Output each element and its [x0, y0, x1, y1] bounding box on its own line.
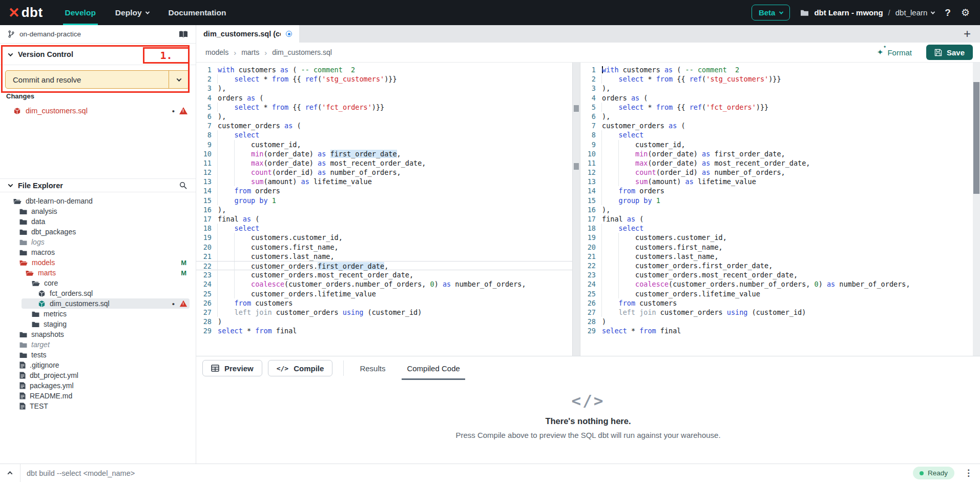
code-line-4[interactable]: 4orders as (	[580, 93, 973, 103]
beta-button[interactable]: Beta	[752, 5, 790, 21]
code-line-23[interactable]: 23 customer_orders.most_recent_order_dat…	[580, 270, 973, 279]
code-line-19[interactable]: 19 customers.customer_id,	[580, 233, 973, 242]
changed-file-dim_customers.sql[interactable]: dim_customers.sql•!	[0, 104, 196, 118]
tree-item-tests[interactable]: tests	[0, 350, 196, 360]
code-line-21[interactable]: 21 customers.last_name,	[196, 252, 572, 261]
code-line-2[interactable]: 2 select * from {{ ref('stg_customers')}…	[580, 74, 973, 84]
code-line-13[interactable]: 13 sum(amount) as lifetime_value	[196, 177, 572, 186]
code-line-20[interactable]: 20 customers.first_name,	[196, 243, 572, 252]
scrollbar-marker[interactable]	[574, 105, 579, 112]
code-line-29[interactable]: 29select * from final	[196, 326, 572, 335]
code-line-20[interactable]: 20 customers.first_name,	[580, 243, 973, 252]
code-line-1[interactable]: 1with customers as ( -- comment 2	[196, 65, 572, 74]
code-line-3[interactable]: 3),	[196, 84, 572, 93]
tab-dim-customers[interactable]: dim_customers.sql (confli...	[196, 25, 299, 43]
code-line-23[interactable]: 23 customer_orders.most_recent_order_dat…	[196, 270, 572, 279]
code-line-27[interactable]: 27 left join customer_orders using (cust…	[196, 308, 572, 317]
code-line-8[interactable]: 8 select	[196, 130, 572, 139]
code-line-9[interactable]: 9 customer_id,	[580, 140, 973, 149]
code-line-21[interactable]: 21 customers.last_name,	[580, 252, 973, 261]
tree-item-dbt_packages[interactable]: dbt_packages	[0, 227, 196, 237]
breadcrumb-item[interactable]: marts	[241, 48, 259, 56]
nav-documentation[interactable]: Documentation	[159, 0, 236, 25]
code-line-12[interactable]: 12 count(order_id) as number_of_orders,	[580, 168, 973, 177]
code-line-26[interactable]: 26 from customers	[580, 298, 973, 308]
code-line-28[interactable]: 28)	[196, 317, 572, 326]
code-line-7[interactable]: 7customer_orders as (	[580, 121, 973, 130]
nav-develop[interactable]: Develop	[55, 0, 106, 25]
code-line-17[interactable]: 17final as (	[196, 214, 572, 224]
expand-command-bar-button[interactable]	[0, 464, 20, 482]
code-line-7[interactable]: 7customer_orders as (	[196, 121, 572, 130]
save-button[interactable]: Save	[926, 45, 973, 60]
tree-item-dbt_project.yml[interactable]: dbt_project.yml	[0, 370, 196, 380]
code-line-10[interactable]: 10 min(order_date) as first_order_date,	[580, 149, 973, 158]
kebab-menu-icon[interactable]: ⋮	[962, 468, 975, 478]
code-line-8[interactable]: 8 select	[580, 130, 973, 139]
code-line-6[interactable]: 6),	[580, 112, 973, 121]
tree-item-dim_customers.sql[interactable]: dim_customers.sql•!	[0, 298, 196, 309]
code-line-5[interactable]: 5 select * from {{ ref('fct_orders')}}	[580, 103, 973, 112]
code-line-18[interactable]: 18 select	[196, 224, 572, 233]
tree-item-logs[interactable]: logs	[0, 237, 196, 247]
code-line-24[interactable]: 24 coalesce(customer_orders.number_of_or…	[196, 279, 572, 289]
code-line-11[interactable]: 11 max(order_date) as most_recent_order_…	[196, 158, 572, 168]
code-line-27[interactable]: 27 left join customer_orders using (cust…	[580, 308, 973, 317]
code-line-22[interactable]: 22 customer_orders.first_order_date,	[580, 261, 973, 270]
code-line-15[interactable]: 15 group by 1	[196, 196, 572, 205]
nav-deploy[interactable]: Deploy	[106, 0, 159, 25]
tree-item-.gitignore[interactable]: .gitignore	[0, 360, 196, 370]
help-icon[interactable]: ?	[945, 7, 951, 18]
tree-item-core[interactable]: core	[0, 278, 196, 288]
scrollbar-thumb[interactable]	[973, 82, 979, 194]
tree-item-snapshots[interactable]: snapshots	[0, 329, 196, 339]
code-line-9[interactable]: 9 customer_id,	[196, 140, 572, 149]
code-line-26[interactable]: 26 from customers	[196, 298, 572, 308]
format-button[interactable]: ✦ Format	[877, 48, 912, 57]
code-line-16[interactable]: 16),	[196, 205, 572, 214]
compile-button[interactable]: </> Compile	[268, 360, 333, 376]
commit-and-resolve-button[interactable]: Commit and resolve	[5, 70, 190, 89]
tab-results[interactable]: Results	[349, 356, 396, 380]
code-line-5[interactable]: 5 select * from {{ ref('fct_orders')}}	[196, 103, 572, 112]
code-line-12[interactable]: 12 count(order_id) as number_of_orders,	[196, 168, 572, 177]
tree-item-README.md[interactable]: README.md	[0, 391, 196, 401]
file-explorer-header[interactable]: File Explorer	[0, 178, 196, 192]
code-line-28[interactable]: 28)	[580, 317, 973, 326]
project-name[interactable]: dbt_learn	[895, 8, 935, 17]
code-line-15[interactable]: 15 group by 1	[580, 196, 973, 205]
code-line-14[interactable]: 14 from orders	[580, 186, 973, 195]
code-line-13[interactable]: 13 sum(amount) as lifetime_value	[580, 177, 973, 186]
code-line-24[interactable]: 24 coalesce(customer_orders.number_of_or…	[580, 279, 973, 289]
code-pane-right[interactable]: 1with customers as ( -- comment 22 selec…	[580, 63, 973, 356]
code-line-25[interactable]: 25 customer_orders.lifetime_value	[580, 289, 973, 298]
code-line-25[interactable]: 25 customer_orders.lifetime_value	[196, 289, 572, 298]
search-icon[interactable]	[179, 182, 187, 189]
commit-dropdown-toggle[interactable]	[169, 71, 189, 88]
gear-icon[interactable]: ⚙	[961, 7, 970, 18]
ready-status-badge[interactable]: Ready	[913, 467, 954, 479]
code-line-11[interactable]: 11 max(order_date) as most_recent_order_…	[580, 158, 973, 168]
docs-book-icon[interactable]	[179, 31, 188, 38]
account-switcher[interactable]: dbt Learn - mwong / dbt_learn	[800, 8, 934, 17]
code-line-6[interactable]: 6),	[196, 112, 572, 121]
tree-item-packages.yml[interactable]: packages.yml	[0, 380, 196, 391]
tree-item-fct_orders.sql[interactable]: fct_orders.sql	[0, 288, 196, 298]
breadcrumb-item[interactable]: models	[205, 48, 228, 56]
code-line-1[interactable]: 1with customers as ( -- comment 2	[580, 65, 973, 74]
code-line-17[interactable]: 17final as (	[580, 214, 973, 224]
code-line-2[interactable]: 2 select * from {{ ref('stg_customers')}…	[196, 74, 572, 84]
tree-item-TEST[interactable]: TEST	[0, 401, 196, 411]
tree-item-data[interactable]: data	[0, 216, 196, 227]
code-line-14[interactable]: 14 from orders	[196, 186, 572, 195]
tree-item-analysis[interactable]: analysis	[0, 206, 196, 216]
code-pane-left[interactable]: 1with customers as ( -- comment 22 selec…	[196, 63, 572, 356]
breadcrumb-item[interactable]: dim_customers.sql	[272, 48, 332, 56]
scrollbar-marker[interactable]	[574, 163, 579, 170]
code-line-18[interactable]: 18 select	[580, 224, 973, 233]
tree-item-staging[interactable]: staging	[0, 319, 196, 329]
code-line-22[interactable]: 22 customer_orders.first_order_date,	[196, 261, 572, 270]
editor-middle-scrollbar[interactable]	[572, 63, 580, 356]
tree-item-dbt-learn-on-demand[interactable]: dbt-learn-on-demand	[0, 196, 196, 206]
tree-item-macros[interactable]: macros	[0, 247, 196, 257]
